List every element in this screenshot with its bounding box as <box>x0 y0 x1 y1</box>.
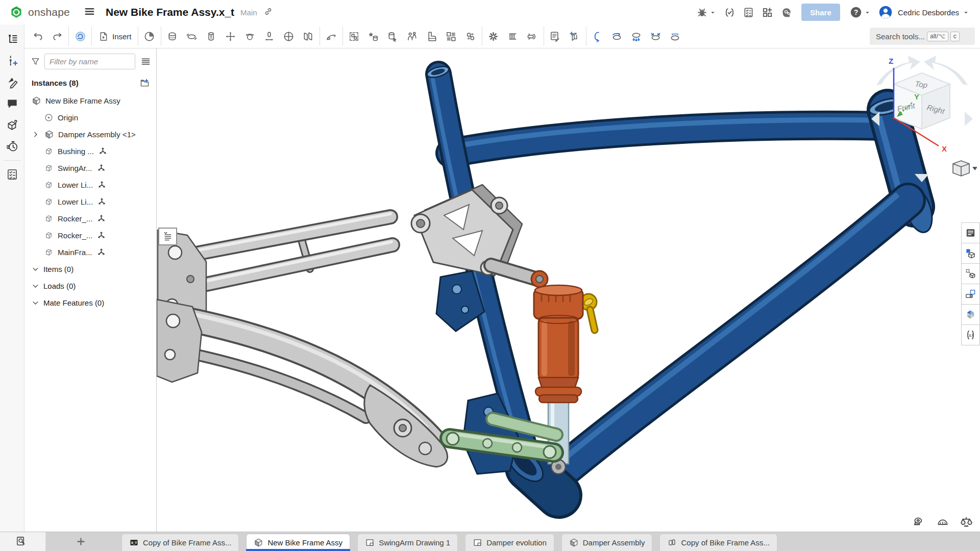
belt-relation-button[interactable] <box>523 27 542 46</box>
tree-section-header[interactable]: Loads (0) <box>24 278 156 294</box>
cylindrical-mate-button[interactable] <box>202 27 221 46</box>
bom-button[interactable] <box>546 27 565 46</box>
pattern-button[interactable] <box>442 27 461 46</box>
view-options-button[interactable] <box>953 161 977 176</box>
report-bug-button[interactable] <box>694 5 719 20</box>
expand-chevron-icon[interactable] <box>32 131 39 138</box>
document-tab[interactable]: SwingArm Drawing 1 <box>357 534 458 551</box>
undo-button[interactable] <box>28 27 47 46</box>
redo-icon <box>52 31 63 42</box>
list-view-button[interactable] <box>139 55 152 68</box>
tree-item[interactable]: Lower Li... <box>24 193 156 210</box>
search-tools-input[interactable] <box>876 32 925 41</box>
app-store-button[interactable] <box>760 5 775 20</box>
sketch-dimensions-flyout-button[interactable] <box>961 284 980 305</box>
main-menu-button[interactable] <box>81 4 99 21</box>
slider-mate-icon <box>225 31 236 42</box>
graphics-viewport[interactable]: Top Front Right Z X <box>157 48 980 532</box>
view-cube[interactable]: Top Front Right Z X <box>867 53 977 186</box>
mate-connector-button[interactable] <box>588 27 607 46</box>
replicate-button[interactable] <box>383 27 403 46</box>
pin-slot-mate-button[interactable] <box>260 27 279 46</box>
copy-link-button[interactable] <box>261 5 276 19</box>
spring-relation-button[interactable] <box>503 27 523 46</box>
filter-by-name-input[interactable] <box>44 54 135 69</box>
snap-mode-button[interactable] <box>403 27 422 46</box>
mate-button[interactable] <box>163 27 182 46</box>
ai-advisor-button[interactable] <box>778 5 794 20</box>
protractor-button[interactable] <box>936 515 949 529</box>
collapse-tree-handle[interactable] <box>158 228 177 245</box>
move-part-button[interactable] <box>422 27 442 46</box>
search-tabs-button[interactable] <box>14 535 28 548</box>
release-tasks-button[interactable] <box>741 5 756 20</box>
document-tab[interactable]: New Bike Frame Assy <box>246 534 350 551</box>
document-tab[interactable]: Damper evolution <box>465 534 554 551</box>
featurescript-check-button[interactable] <box>722 5 738 20</box>
parts-list-flyout-button[interactable] <box>961 263 980 284</box>
sidebar-comments-button[interactable] <box>2 93 22 114</box>
tree-item[interactable]: SwingAr... <box>24 160 156 177</box>
tree-section-header[interactable]: Items (0) <box>24 261 156 278</box>
tape-measure-button[interactable] <box>913 515 926 529</box>
revolute-mate-button[interactable] <box>182 27 202 46</box>
insert-button[interactable]: Insert <box>91 27 138 46</box>
update-sync-button[interactable] <box>70 27 90 46</box>
mate-icon <box>166 31 178 42</box>
search-tools-box[interactable]: alt/⌥ c <box>870 28 975 45</box>
sidebar-create-version-button[interactable] <box>2 50 22 71</box>
add-folder-button[interactable] <box>138 77 151 89</box>
user-menu-button[interactable]: Cedric Desbordes <box>876 3 972 21</box>
svg-text:?: ? <box>854 8 859 16</box>
sidebar-learning-cube-button[interactable] <box>2 114 22 136</box>
instances-title: Instances (8) <box>32 79 138 87</box>
insert-label: Insert <box>112 32 132 41</box>
tree-item[interactable]: Lower Li... <box>24 177 156 193</box>
tree-item[interactable]: Damper Assembly <1> <box>24 126 156 143</box>
named-positions-button[interactable] <box>364 27 383 46</box>
filter-icon[interactable] <box>31 57 40 66</box>
fastened-relation-button[interactable] <box>627 27 646 46</box>
parallel-mate-button[interactable] <box>299 27 318 46</box>
configurations-flyout-button[interactable] <box>961 243 980 264</box>
snapshot-button[interactable] <box>140 27 159 46</box>
assembly-icon <box>44 130 54 139</box>
ball-mate-button[interactable] <box>240 27 260 46</box>
feature-list-flyout-button[interactable] <box>961 222 980 243</box>
display-states-button[interactable] <box>461 27 480 46</box>
tree-item[interactable]: MainFra... <box>24 244 156 261</box>
share-button[interactable]: Share <box>801 4 840 21</box>
sidebar-release-tasks-button[interactable] <box>2 164 22 185</box>
document-tab[interactable]: Copy of Bike Frame Ass... <box>659 534 777 551</box>
sidebar-history-button[interactable] <box>2 136 22 157</box>
workspace-branch[interactable]: Main <box>240 8 257 17</box>
tree-item[interactable]: Rocker_... <box>24 210 156 227</box>
tree-item[interactable]: Bushing ... <box>24 143 156 160</box>
gear-relation-button[interactable] <box>484 27 503 46</box>
redo-button[interactable] <box>47 27 67 46</box>
group-button[interactable] <box>345 27 364 46</box>
left-icon-strip <box>0 24 24 532</box>
slider-mate-button[interactable] <box>221 27 240 46</box>
sidebar-assembly-structure-button[interactable] <box>2 29 22 50</box>
revolute-relation-button[interactable] <box>607 27 627 46</box>
tree-item[interactable]: Origin <box>24 109 156 126</box>
motor-relation-button[interactable] <box>666 27 685 46</box>
document-tab[interactable]: X_TCopy of Bike Frame Ass... <box>121 534 239 551</box>
tree-item[interactable]: New Bike Frame Assy <box>24 92 156 109</box>
sidebar-edit-appearance-button[interactable] <box>2 71 22 93</box>
tree-item[interactable]: Rocker_... <box>24 227 156 244</box>
add-tab-button[interactable] <box>71 533 90 551</box>
update-sync-icon <box>75 31 86 42</box>
document-tab[interactable]: Damper Assembly <box>561 534 653 551</box>
onshape-logo[interactable]: onshape <box>9 5 70 19</box>
tangent-mate-button[interactable] <box>322 27 341 46</box>
featurescript-flyout-button[interactable]: x) <box>961 324 980 345</box>
appearance-panel-flyout-button[interactable] <box>961 304 980 325</box>
frame-button[interactable] <box>565 27 584 46</box>
tree-section-header[interactable]: Mate Features (0) <box>24 294 156 311</box>
help-menu-button[interactable]: ? <box>847 4 873 21</box>
limit-relation-button[interactable] <box>646 27 666 46</box>
planar-mate-button[interactable] <box>279 27 299 46</box>
mass-properties-button[interactable] <box>960 515 973 529</box>
